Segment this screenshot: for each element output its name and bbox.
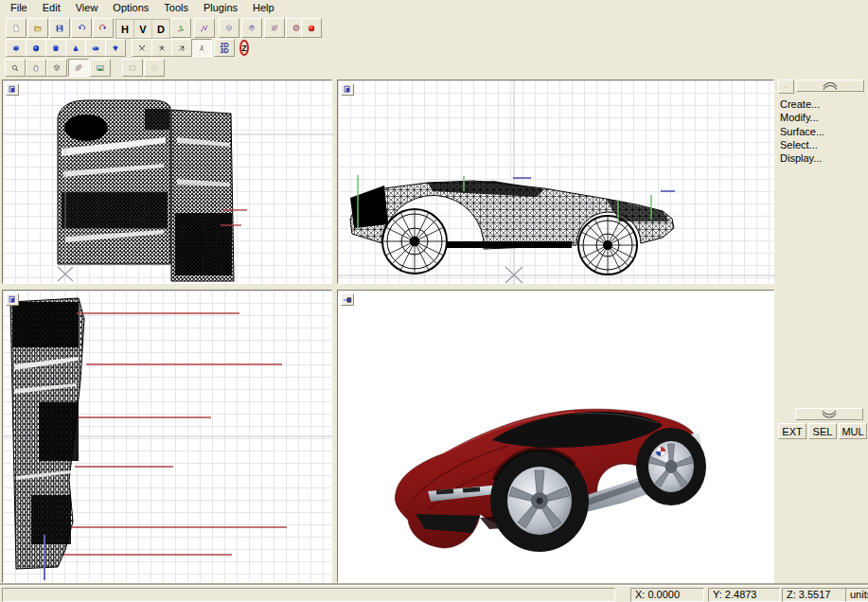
modify-link[interactable]: Modify... bbox=[780, 112, 819, 123]
z-lock-icon: Z bbox=[239, 40, 249, 56]
circle-select-icon bbox=[151, 61, 158, 76]
lasso-arrow-tool-button[interactable] bbox=[171, 39, 192, 57]
orbit-cube-button[interactable] bbox=[46, 59, 67, 77]
menu-tools[interactable]: Tools bbox=[156, 1, 196, 15]
rotate-view-button[interactable] bbox=[68, 59, 89, 77]
open-file-button[interactable] bbox=[27, 18, 48, 38]
pan-hand-icon bbox=[32, 61, 40, 76]
2d-to-3d-icon: 2D 3D bbox=[221, 43, 229, 54]
redo-button[interactable] bbox=[93, 18, 114, 38]
cone-primitive-button[interactable] bbox=[65, 39, 86, 57]
menu-file[interactable]: File bbox=[3, 1, 35, 15]
cube-primitive-button[interactable] bbox=[6, 39, 27, 57]
viewport-perspective-view-button[interactable] bbox=[341, 293, 354, 306]
viewport-front-view-button[interactable] bbox=[6, 83, 19, 96]
edit-path-button[interactable] bbox=[194, 18, 215, 38]
mul-mode-button[interactable]: MUL bbox=[839, 423, 867, 439]
cone-primitive-icon bbox=[72, 41, 80, 56]
chevron-up-icon bbox=[821, 80, 840, 91]
cube-forbid-icon bbox=[292, 20, 300, 36]
curve-cross-tool-button[interactable] bbox=[132, 39, 152, 57]
view-h-button[interactable]: H bbox=[116, 20, 134, 38]
view-d-button[interactable]: D bbox=[152, 20, 169, 38]
render-sphere-icon bbox=[308, 21, 315, 36]
status-bar: X: 0.0000 Y: 2.4873 Z: 3.5517 units bbox=[0, 585, 868, 602]
ext-mode-button[interactable]: EXT bbox=[778, 423, 806, 439]
zoom-button[interactable] bbox=[5, 59, 26, 77]
branch-tool-button[interactable] bbox=[191, 39, 212, 57]
viewport-side[interactable] bbox=[337, 80, 774, 284]
top-wireframe-scene bbox=[3, 291, 333, 584]
ellipsoid-primitive-icon bbox=[92, 41, 99, 56]
edit-path-icon bbox=[201, 21, 208, 36]
viewport-perspective[interactable] bbox=[337, 290, 774, 583]
status-z-coordinate: Z: 3.5517 bbox=[782, 588, 854, 602]
ellipsoid-primitive-button[interactable] bbox=[85, 39, 106, 57]
cylinder-primitive-button[interactable] bbox=[45, 39, 66, 57]
panel-diamond-button[interactable] bbox=[778, 80, 794, 94]
sphere-primitive-button[interactable] bbox=[26, 39, 46, 57]
viewport-top[interactable] bbox=[2, 290, 332, 583]
diamond-icon bbox=[785, 81, 788, 93]
chevron-down-icon bbox=[820, 409, 839, 419]
render-image-icon bbox=[97, 61, 104, 76]
new-file-icon bbox=[12, 21, 20, 36]
branch-tool-icon bbox=[198, 41, 205, 56]
lasso-arrow-tool-icon bbox=[178, 41, 186, 56]
create-link[interactable]: Create... bbox=[780, 98, 820, 110]
status-y-coordinate: Y: 2.4873 bbox=[708, 588, 780, 602]
curve-cross-tool-icon bbox=[138, 41, 146, 56]
viewport-front[interactable] bbox=[2, 80, 332, 284]
menu-view[interactable]: View bbox=[68, 1, 106, 15]
menu-options[interactable]: Options bbox=[105, 1, 156, 15]
status-message-panel bbox=[2, 588, 615, 602]
orbit-cube-icon bbox=[53, 60, 61, 76]
star-point-tool-button[interactable] bbox=[151, 39, 172, 57]
select-link[interactable]: Select... bbox=[780, 139, 818, 150]
marquee-select-button[interactable] bbox=[122, 59, 143, 77]
marquee-select-icon bbox=[129, 61, 136, 76]
wire-cube-button[interactable] bbox=[219, 18, 239, 38]
label-3d: 3D bbox=[221, 48, 229, 54]
viewport-flag-icon bbox=[8, 85, 17, 95]
sel-mode-button[interactable]: SEL bbox=[808, 423, 837, 439]
polyhedron-primitive-button[interactable] bbox=[105, 39, 126, 57]
circle-select-button[interactable] bbox=[144, 59, 165, 77]
z-lock-button[interactable]: Z bbox=[234, 39, 255, 57]
undo-button[interactable] bbox=[71, 18, 92, 38]
redo-arrow-icon bbox=[99, 21, 107, 36]
view-mode-group: H V D bbox=[115, 19, 170, 39]
zoom-icon bbox=[11, 61, 19, 76]
cube-red-slash-button[interactable] bbox=[264, 18, 285, 38]
view-v-button[interactable]: V bbox=[134, 20, 152, 38]
side-wireframe-scene bbox=[338, 80, 775, 285]
application-window: File Edit View Options Tools Plugins Hel… bbox=[0, 0, 868, 602]
cube-red-slash-icon bbox=[271, 20, 278, 36]
render-sphere-button[interactable] bbox=[301, 18, 322, 38]
new-file-button[interactable] bbox=[6, 18, 27, 38]
cube-top-face-button[interactable] bbox=[241, 18, 262, 38]
2d-to-3d-button[interactable]: 2D 3D bbox=[214, 39, 235, 57]
axes-toggle-button[interactable] bbox=[170, 18, 191, 38]
rotate-view-icon bbox=[75, 60, 82, 76]
panel-collapse-button[interactable] bbox=[796, 80, 864, 92]
menu-edit[interactable]: Edit bbox=[35, 1, 68, 15]
panel-expand-button[interactable] bbox=[795, 408, 863, 420]
star-point-tool-icon bbox=[158, 41, 166, 56]
display-link[interactable]: Display... bbox=[780, 152, 822, 164]
menu-help[interactable]: Help bbox=[245, 1, 282, 15]
render-image-button[interactable] bbox=[90, 59, 111, 77]
surface-link[interactable]: Surface... bbox=[780, 126, 824, 137]
viewport-side-view-button[interactable] bbox=[341, 83, 354, 96]
save-file-button[interactable] bbox=[49, 18, 70, 38]
save-file-icon bbox=[56, 21, 63, 36]
open-file-icon bbox=[34, 21, 42, 36]
workspace bbox=[0, 78, 776, 584]
menu-bar: File Edit View Options Tools Plugins Hel… bbox=[0, 0, 868, 16]
cylinder-primitive-icon bbox=[52, 41, 60, 56]
pan-button[interactable] bbox=[26, 59, 46, 77]
viewport-top-view-button[interactable] bbox=[6, 293, 19, 306]
menu-plugins[interactable]: Plugins bbox=[196, 1, 245, 15]
front-wireframe-scene bbox=[3, 80, 333, 285]
right-panel: Create... Modify... Surface... Select...… bbox=[776, 78, 868, 584]
